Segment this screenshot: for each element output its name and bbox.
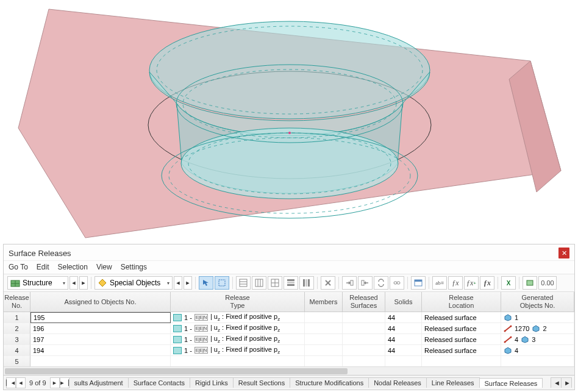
- grid-view-2-button[interactable]: [252, 276, 266, 290]
- release-type-cell[interactable]: 1 - E|E|N | uz : Fixed if positive pz: [171, 312, 305, 323]
- svg-line-44: [505, 326, 511, 331]
- tab-structure-modifications[interactable]: Structure Modifications: [290, 377, 369, 388]
- fx-bold-button[interactable]: ƒx: [480, 276, 494, 290]
- generated-cell[interactable]: 12702: [501, 323, 574, 334]
- grid-body[interactable]: 11951 - E|E|N | uz : Fixed if positive p…: [4, 312, 574, 366]
- selection-mode-2-button[interactable]: [215, 276, 229, 290]
- location-cell[interactable]: Released surface: [422, 312, 501, 323]
- col-assigned[interactable]: Assigned to Objects No.: [30, 292, 171, 312]
- assigned-cell[interactable]: 197: [30, 334, 171, 345]
- special-objects-dropdown[interactable]: Special Objects ▾: [95, 276, 173, 290]
- release-type-cell[interactable]: [171, 356, 305, 366]
- grid-view-1-button[interactable]: [236, 276, 251, 290]
- table-row[interactable]: 41941 - E|E|N | uz : Fixed if positive p…: [4, 345, 574, 356]
- members-cell[interactable]: [305, 312, 343, 323]
- grid-view-5-button[interactable]: [299, 276, 314, 290]
- type-swatch-icon: [173, 336, 182, 343]
- tab-nodal-releases[interactable]: Nodal Releases: [368, 377, 427, 388]
- nav-prev-button-2[interactable]: ◄: [174, 276, 182, 290]
- link-button[interactable]: [390, 276, 404, 290]
- tab-result-sections[interactable]: Result Sections: [233, 377, 290, 388]
- tab-rigid-links[interactable]: Rigid Links: [190, 377, 234, 388]
- solids-cell[interactable]: [385, 356, 422, 366]
- tab-line-releases[interactable]: Line Releases: [426, 377, 480, 388]
- col-release-type[interactable]: ReleaseType: [171, 292, 305, 312]
- nav-next-button[interactable]: ►: [79, 276, 88, 290]
- zoom-fit-button[interactable]: [523, 276, 537, 290]
- released-surfaces-cell[interactable]: [343, 345, 385, 356]
- col-release-no[interactable]: ReleaseNo.: [4, 292, 30, 312]
- grid-view-4-button[interactable]: [284, 276, 298, 290]
- delete-button[interactable]: [321, 276, 335, 290]
- released-surfaces-cell[interactable]: [343, 312, 385, 323]
- tab-scroll-right[interactable]: ►: [561, 377, 572, 388]
- model-viewport[interactable]: [0, 0, 578, 241]
- col-release-location[interactable]: ReleaseLocation: [422, 292, 501, 312]
- solids-cell[interactable]: 44: [385, 312, 422, 323]
- grid-view-3-button[interactable]: [268, 276, 282, 290]
- table-row[interactable]: 31971 - E|E|N | uz : Fixed if positive p…: [4, 334, 574, 345]
- tab-surface-releases[interactable]: Surface Releases: [479, 378, 543, 388]
- sync-button[interactable]: [374, 276, 388, 290]
- menu-goto[interactable]: Go To: [9, 263, 28, 271]
- structure-dropdown[interactable]: Structure ▾: [7, 276, 68, 290]
- location-cell[interactable]: [422, 356, 501, 366]
- release-type-cell[interactable]: 1 - E|E|N | uz : Fixed if positive pz: [171, 323, 305, 334]
- assigned-cell[interactable]: 195: [30, 312, 171, 323]
- generated-cell[interactable]: 1: [501, 312, 574, 323]
- assigned-cell[interactable]: [30, 356, 171, 366]
- members-cell[interactable]: [305, 323, 343, 334]
- tab-last-button[interactable]: ►▕: [60, 377, 70, 388]
- fx-button[interactable]: ƒx: [448, 276, 463, 290]
- import-button[interactable]: [342, 276, 357, 290]
- release-type-cell[interactable]: 1 - E|E|N | uz : Fixed if positive pz: [171, 345, 305, 356]
- menu-edit[interactable]: Edit: [37, 263, 49, 271]
- chevron-down-icon: ▾: [63, 280, 65, 286]
- excel-export-button[interactable]: X: [501, 276, 516, 290]
- location-cell[interactable]: Released surface: [422, 323, 501, 334]
- generated-cell[interactable]: 43: [501, 334, 574, 345]
- assigned-cell[interactable]: 196: [30, 323, 171, 334]
- col-generated-objects[interactable]: GeneratedObjects No.: [501, 292, 574, 312]
- menu-view[interactable]: View: [96, 263, 112, 271]
- members-cell[interactable]: [305, 356, 343, 366]
- col-solids[interactable]: Solids: [385, 292, 422, 312]
- tab-surface-contacts[interactable]: Surface Contacts: [128, 377, 190, 388]
- released-surfaces-cell[interactable]: [343, 334, 385, 345]
- tab-next-button[interactable]: ►: [50, 377, 60, 388]
- generated-cell[interactable]: 4: [501, 345, 574, 356]
- solids-cell[interactable]: 44: [385, 334, 422, 345]
- location-cell[interactable]: Released surface: [422, 334, 501, 345]
- released-surfaces-cell[interactable]: [343, 323, 385, 334]
- menu-selection[interactable]: Selection: [58, 263, 88, 271]
- nav-next-button-2[interactable]: ►: [184, 276, 192, 290]
- release-type-cell[interactable]: 1 - E|E|N | uz : Fixed if positive pz: [171, 334, 305, 345]
- nav-prev-button[interactable]: ◄: [70, 276, 78, 290]
- window-button[interactable]: [411, 276, 426, 290]
- precision-button[interactable]: 0.00: [538, 276, 557, 290]
- tab-scroll-left[interactable]: ◄: [551, 377, 562, 388]
- solids-cell[interactable]: 44: [385, 345, 422, 356]
- col-released-surfaces[interactable]: ReleasedSurfaces: [343, 292, 385, 312]
- tab-sults-adjustment[interactable]: sults Adjustment: [70, 377, 129, 388]
- released-surfaces-cell[interactable]: [343, 356, 385, 366]
- fx-add-button[interactable]: ƒx+: [464, 276, 479, 290]
- unit-button[interactable]: ab≡: [432, 276, 447, 290]
- table-row[interactable]: 11951 - E|E|N | uz : Fixed if positive p…: [4, 312, 574, 323]
- horizontal-scrollbar[interactable]: [4, 366, 574, 375]
- solids-cell[interactable]: 44: [385, 323, 422, 334]
- col-members[interactable]: Members: [305, 292, 343, 312]
- close-button[interactable]: ✕: [558, 248, 569, 258]
- generated-cell[interactable]: [501, 356, 574, 366]
- location-cell[interactable]: Released surface: [422, 345, 501, 356]
- export-button[interactable]: [358, 276, 373, 290]
- members-cell[interactable]: [305, 345, 343, 356]
- table-row[interactable]: 5: [4, 356, 574, 366]
- tab-prev-button[interactable]: ◄: [16, 377, 26, 388]
- members-cell[interactable]: [305, 334, 343, 345]
- assigned-cell[interactable]: 194: [30, 345, 171, 356]
- tab-first-button[interactable]: ▏◄: [6, 377, 16, 388]
- table-row[interactable]: 21961 - E|E|N | uz : Fixed if positive p…: [4, 323, 574, 334]
- selection-mode-1-button[interactable]: [199, 276, 213, 290]
- menu-settings[interactable]: Settings: [121, 263, 147, 271]
